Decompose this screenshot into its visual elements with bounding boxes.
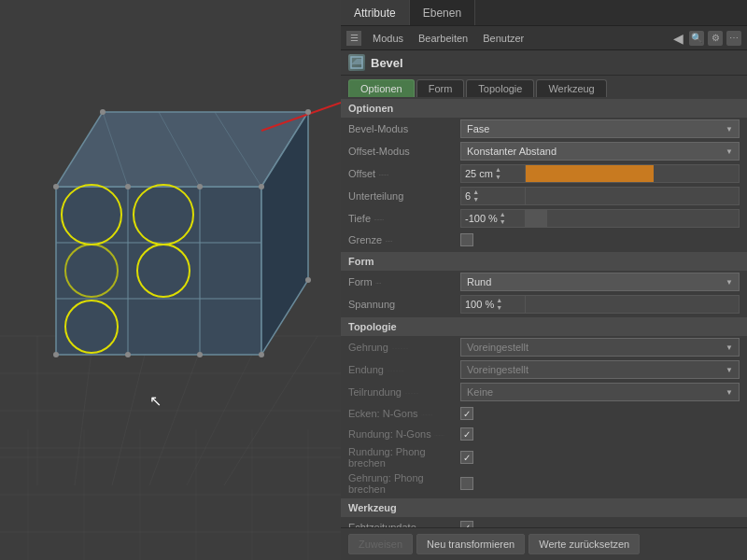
sub-tabs: Optionen Form Topologie Werkzeug	[341, 76, 747, 97]
spannung-label: Spannung	[348, 299, 460, 310]
grenze-checkbox[interactable]	[460, 233, 473, 246]
spannung-down[interactable]: ▼	[496, 304, 502, 312]
werte-zuruecksetzen-button[interactable]: Werte zurücksetzen	[529, 534, 640, 554]
properties-content: Optionen Bevel-Modus Fase ▼ Offset-Modus…	[341, 97, 747, 527]
back-icon[interactable]: ◀	[670, 31, 685, 46]
more-icon[interactable]: ⋯	[726, 31, 741, 46]
bevel-header: Bevel	[341, 50, 747, 76]
ecken-label: Ecken: N-Gons ········	[348, 408, 460, 419]
gehrung-dropdown[interactable]: Voreingestellt ▼	[460, 338, 740, 357]
sub-tab-topologie[interactable]: Topologie	[466, 79, 534, 97]
properties-panel: Attribute Ebenen ☰ Modus Bearbeiten Benu…	[341, 0, 747, 560]
bearbeiten-btn[interactable]: Bearbeiten	[415, 32, 472, 45]
rundung-phong-checkbox[interactable]: ✓	[460, 451, 473, 464]
rundung-ngons-label: Rundung: N-Gons ·······	[348, 428, 460, 440]
spannung-input[interactable]: 100 % ▲ ▼	[460, 295, 526, 314]
svg-point-29	[53, 352, 59, 357]
offset-modus-row: Offset-Modus Konstanter Abstand ▼	[341, 140, 747, 162]
zuweisen-button[interactable]: Zuweisen	[348, 534, 413, 554]
tiefe-row: Tiefe ······· -100 % ▲ ▼	[341, 207, 747, 230]
unterteilung-label: Unterteilung	[348, 190, 460, 202]
optionen-section-header: Optionen	[341, 99, 747, 118]
svg-point-35	[197, 184, 203, 189]
offset-up[interactable]: ▲	[495, 166, 501, 174]
teilrundung-row: Teilrundung ·········· Keine ▼	[341, 381, 747, 403]
form-label: Form ····	[348, 276, 460, 287]
unterteilung-down[interactable]: ▼	[472, 196, 479, 203]
sub-tab-form[interactable]: Form	[416, 79, 465, 97]
endung-label: Endung ············	[348, 364, 460, 375]
tiefe-up[interactable]: ▲	[500, 211, 506, 218]
offset-modus-dropdown[interactable]: Konstanter Abstand ▼	[460, 142, 740, 161]
offset-modus-label: Offset-Modus	[348, 146, 460, 157]
tiefe-input[interactable]: -100 % ▲ ▼	[460, 209, 526, 228]
ecken-row: Ecken: N-Gons ········ ✓	[341, 403, 747, 424]
gehrung-phong-checkbox[interactable]	[460, 477, 473, 490]
rundung-ngons-checkbox[interactable]: ✓	[460, 427, 473, 441]
benutzer-btn[interactable]: Benutzer	[479, 32, 528, 45]
unterteilung-row: Unterteilung 6 ▲ ▼	[341, 185, 747, 207]
rundung-phong-label: Rundung: Phong brechen	[348, 446, 460, 469]
unterteilung-input[interactable]: 6 ▲ ▼	[460, 187, 526, 205]
offset-slider[interactable]	[526, 164, 740, 183]
offset-modus-arrow: ▼	[726, 147, 733, 156]
spannung-up[interactable]: ▲	[496, 297, 502, 304]
ecken-checkbox[interactable]: ✓	[460, 407, 473, 420]
svg-point-33	[305, 277, 311, 283]
bevel-title: Bevel	[371, 56, 403, 70]
search-icon[interactable]: 🔍	[689, 31, 704, 46]
gehrung-row: Gehrung ············ Voreingestellt ▼	[341, 336, 747, 358]
echtzeitupdate-checkbox[interactable]: ✓	[460, 521, 473, 527]
neu-transformieren-button[interactable]: Neu transformieren	[416, 534, 525, 554]
modus-btn[interactable]: Modus	[369, 32, 407, 45]
tiefe-down[interactable]: ▼	[500, 218, 506, 226]
svg-point-36	[125, 352, 131, 357]
endung-dropdown[interactable]: Voreingestellt ▼	[460, 360, 740, 379]
menu-icon[interactable]: ☰	[346, 31, 361, 46]
endung-dropdown-arrow: ▼	[726, 366, 733, 374]
endung-row: Endung ············ Voreingestellt ▼	[341, 358, 747, 381]
bevel-modus-row: Bevel-Modus Fase ▼	[341, 118, 747, 140]
grenze-row: Grenze ·····	[341, 230, 747, 250]
bevel-modus-dropdown[interactable]: Fase ▼	[460, 119, 740, 138]
bevel-icon	[348, 54, 365, 71]
spannung-slider[interactable]	[526, 295, 740, 314]
offset-down[interactable]: ▼	[495, 174, 501, 181]
offset-slider-fill	[526, 165, 654, 182]
tiefe-slider[interactable]	[526, 209, 740, 228]
bevel-modus-arrow: ▼	[726, 125, 733, 133]
tab-bar: Attribute Ebenen	[341, 0, 747, 26]
offset-row: Offset ······· 25 cm ▲ ▼	[341, 162, 747, 185]
svg-point-30	[259, 352, 264, 357]
gear-icon[interactable]: ⚙	[708, 31, 723, 46]
offset-modus-value: Konstanter Abstand ▼	[460, 142, 740, 161]
sub-tab-optionen[interactable]: Optionen	[348, 79, 415, 97]
teilrundung-dropdown[interactable]: Keine ▼	[460, 383, 740, 401]
form-dropdown-arrow: ▼	[726, 278, 733, 287]
grenze-label: Grenze ·····	[348, 234, 460, 245]
3d-viewport[interactable]: ↖	[0, 0, 341, 560]
teilrundung-label: Teilrundung ··········	[348, 386, 460, 398]
svg-point-34	[125, 184, 131, 189]
werkzeug-section-header: Werkzeug	[341, 498, 747, 517]
gehrung-phong-label: Gehrung: Phong brechen	[348, 472, 460, 495]
gehrung-dropdown-arrow: ▼	[726, 343, 733, 352]
svg-point-28	[259, 184, 264, 189]
teilrundung-dropdown-arrow: ▼	[726, 388, 733, 397]
form-dropdown[interactable]: Rund ▼	[460, 273, 740, 291]
svg-marker-48	[351, 59, 362, 64]
rundung-phong-row: Rundung: Phong brechen ✓	[341, 444, 747, 470]
unterteilung-up[interactable]: ▲	[472, 189, 479, 196]
tiefe-label: Tiefe ·······	[348, 213, 460, 224]
offset-input[interactable]: 25 cm ▲ ▼	[460, 164, 526, 183]
rundung-ngons-row: Rundung: N-Gons ······· ✓	[341, 424, 747, 444]
svg-point-27	[53, 184, 59, 189]
sub-tab-werkzeug[interactable]: Werkzeug	[536, 79, 606, 97]
tab-attribute[interactable]: Attribute	[341, 0, 410, 25]
tab-ebenen[interactable]: Ebenen	[410, 0, 475, 25]
svg-point-37	[197, 352, 203, 357]
svg-point-32	[305, 109, 311, 115]
unterteilung-slider[interactable]	[526, 187, 740, 205]
form-row: Form ···· Rund ▼	[341, 271, 747, 293]
gehrung-phong-row: Gehrung: Phong brechen	[341, 470, 747, 497]
